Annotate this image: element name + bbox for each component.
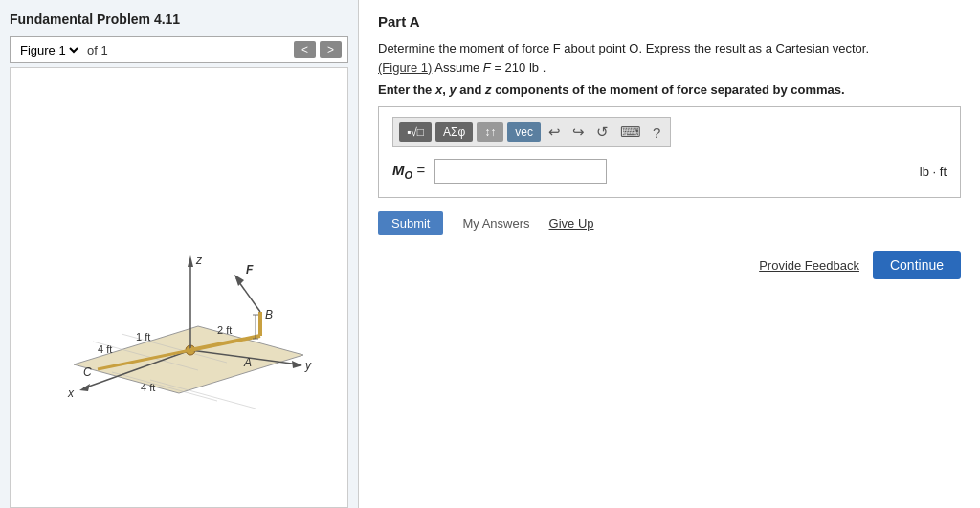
enter-instruction: Enter the x, y and z components of the m… bbox=[378, 82, 961, 97]
toolbar-vec-button[interactable]: vec bbox=[507, 122, 541, 142]
svg-text:4 ft: 4 ft bbox=[98, 343, 112, 355]
svg-text:2 ft: 2 ft bbox=[217, 324, 232, 336]
unit-label: lb · ft bbox=[920, 165, 947, 179]
svg-text:A: A bbox=[243, 356, 252, 369]
description-text-1: Determine the moment of force F about po… bbox=[378, 41, 869, 55]
submit-button[interactable]: Submit bbox=[378, 211, 443, 235]
svg-text:z: z bbox=[195, 254, 203, 267]
toolbar-redo-button[interactable]: ↪ bbox=[568, 121, 589, 143]
svg-marker-18 bbox=[234, 275, 244, 286]
figure-area: z y x F B C A 1 bbox=[10, 67, 348, 508]
svg-text:4 ft: 4 ft bbox=[141, 382, 155, 393]
svg-text:B: B bbox=[265, 308, 273, 321]
answer-row: MO = lb · ft bbox=[392, 159, 947, 184]
svg-marker-10 bbox=[292, 361, 302, 368]
left-panel: Fundamental Problem 4.11 Figure 1 of 1 <… bbox=[0, 0, 359, 508]
svg-marker-13 bbox=[79, 384, 90, 391]
figure-link[interactable]: (Figure 1) bbox=[378, 60, 432, 75]
provide-feedback-button[interactable]: Provide Feedback bbox=[759, 258, 859, 273]
answer-input[interactable] bbox=[434, 159, 607, 184]
figure-nav: Figure 1 of 1 < > bbox=[10, 36, 348, 63]
continue-button[interactable]: Continue bbox=[873, 251, 961, 279]
toolbar-help-button[interactable]: ? bbox=[649, 122, 664, 143]
svg-text:1 ft: 1 ft bbox=[136, 331, 150, 342]
toolbar: ▪√□ ΑΣφ ↕↑ vec ↩ ↪ ↺ ⌨ ? bbox=[392, 117, 671, 147]
give-up-button[interactable]: Give Up bbox=[549, 216, 594, 231]
svg-text:x: x bbox=[67, 387, 75, 400]
problem-title: Fundamental Problem 4.11 bbox=[10, 11, 348, 27]
next-figure-button[interactable]: > bbox=[320, 41, 342, 58]
toolbar-symbols-button[interactable]: ΑΣφ bbox=[435, 122, 473, 142]
svg-text:y: y bbox=[304, 359, 312, 372]
svg-text:F: F bbox=[246, 263, 254, 276]
figure-select[interactable]: Figure 1 bbox=[16, 42, 81, 58]
figure-of-label: of 1 bbox=[87, 43, 108, 57]
feedback-row: Provide Feedback Continue bbox=[378, 251, 961, 279]
toolbar-sqrt-button[interactable]: ▪√□ bbox=[399, 122, 432, 142]
figure-svg: z y x F B C A 1 bbox=[26, 164, 332, 412]
figure-arrows: < > bbox=[294, 41, 342, 58]
toolbar-undo-button[interactable]: ↩ bbox=[545, 121, 565, 143]
description-text-2: Assume F = 210 lb . bbox=[434, 60, 546, 75]
part-label: Part A bbox=[378, 13, 961, 30]
svg-text:C: C bbox=[83, 365, 92, 379]
toolbar-arrows-button[interactable]: ↕↑ bbox=[477, 122, 503, 142]
mo-label: MO = bbox=[392, 162, 425, 181]
my-answers-label: My Answers bbox=[462, 216, 529, 231]
toolbar-refresh-button[interactable]: ↺ bbox=[592, 121, 612, 143]
toolbar-keyboard-button[interactable]: ⌨ bbox=[616, 121, 645, 143]
answer-box: ▪√□ ΑΣφ ↕↑ vec ↩ ↪ ↺ ⌨ ? MO = lb · ft bbox=[378, 106, 961, 198]
right-panel: Part A Determine the moment of force F a… bbox=[359, 0, 980, 508]
svg-marker-7 bbox=[188, 255, 193, 267]
action-row: Submit My Answers Give Up bbox=[378, 211, 961, 235]
problem-description: Determine the moment of force F about po… bbox=[378, 39, 961, 77]
svg-marker-0 bbox=[74, 326, 303, 393]
prev-figure-button[interactable]: < bbox=[294, 41, 316, 58]
